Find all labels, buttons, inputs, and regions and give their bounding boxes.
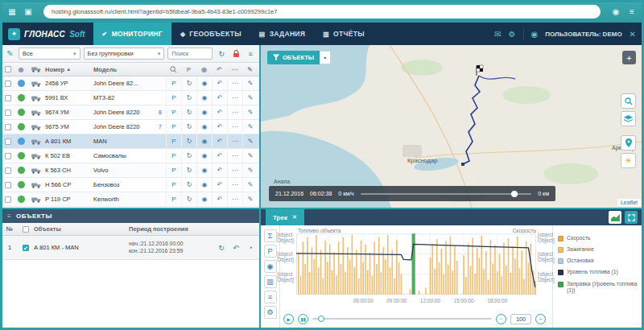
watch-button[interactable]: ◉ bbox=[196, 192, 212, 206]
vehicle-row[interactable]: Н 566 СР Бензовоз P ↻ ◉ ↶ ⋯ ✎ bbox=[2, 178, 259, 192]
map-attribution[interactable]: Leaflet bbox=[617, 199, 641, 206]
track-position-slider[interactable] bbox=[361, 193, 532, 195]
vehicle-row[interactable]: 9674 УМ John Deere 8220 8 P ↻ ◉ ↶ ⋯ ✎ bbox=[2, 105, 259, 120]
fuel-chart[interactable]: 06:00:0009:00:0012:00:0015:00:0018:00:00 bbox=[296, 233, 536, 306]
panel-menu-icon[interactable]: ≡ bbox=[7, 212, 11, 220]
nav-item[interactable]: ✔ МОНИТОРИНГ bbox=[93, 23, 171, 45]
parking-button[interactable]: P bbox=[166, 178, 181, 192]
search-input[interactable] bbox=[167, 47, 213, 60]
more-button[interactable]: ⋯ bbox=[227, 134, 242, 148]
track-refresh-button[interactable]: ↻ bbox=[181, 163, 196, 177]
filter-all-select[interactable]: Все ▾ bbox=[19, 47, 80, 60]
mail-icon[interactable]: ✉ bbox=[494, 30, 501, 39]
track-refresh-button[interactable]: ↻ bbox=[181, 76, 196, 90]
more-button[interactable]: ⋯ bbox=[227, 105, 242, 119]
vehicle-row[interactable]: 5991 ВХ МТЗ-82 P ↻ ◉ ↶ ⋯ ✎ bbox=[2, 91, 259, 105]
edit-button[interactable]: ✎ bbox=[242, 105, 258, 119]
watch-button[interactable]: ◉ bbox=[196, 178, 212, 192]
edit-button[interactable]: ✎ bbox=[242, 134, 258, 148]
parking-button[interactable]: P bbox=[166, 120, 181, 134]
parking-button[interactable]: P bbox=[166, 91, 181, 105]
history-button[interactable]: ↶ bbox=[212, 120, 227, 134]
watch-button[interactable]: ◉ bbox=[196, 76, 212, 90]
history-button[interactable]: ↶ bbox=[212, 105, 227, 119]
row-checkbox[interactable] bbox=[5, 138, 11, 145]
parking-button[interactable]: P bbox=[166, 149, 181, 163]
row-checkbox[interactable] bbox=[5, 95, 11, 101]
app-logo[interactable]: ✦ ГЛОНАССSoft bbox=[0, 23, 93, 45]
row-checkbox[interactable] bbox=[5, 80, 11, 87]
row-checkbox[interactable] bbox=[5, 109, 11, 116]
nav-item[interactable]: ▤ ЗАДАНИЯ bbox=[250, 23, 314, 45]
history-button[interactable]: ↶ bbox=[212, 76, 227, 90]
area-chart-button[interactable] bbox=[609, 211, 621, 224]
edit-button[interactable]: ✎ bbox=[242, 120, 258, 134]
more-button[interactable]: ⋯ bbox=[227, 163, 242, 177]
row-checkbox[interactable] bbox=[5, 196, 11, 203]
track-refresh-button[interactable]: ↻ bbox=[181, 149, 196, 163]
select-all-checkbox[interactable] bbox=[5, 66, 11, 72]
watch-button[interactable]: ◉ bbox=[196, 120, 212, 134]
more-button[interactable]: ⋯ bbox=[227, 192, 242, 206]
watch-button[interactable]: ◉ bbox=[196, 149, 212, 163]
layers-button[interactable] bbox=[621, 111, 636, 126]
chart-icon[interactable]: ▥ bbox=[264, 275, 277, 288]
track-refresh-button[interactable]: ↻ bbox=[181, 91, 196, 105]
settings-icon[interactable]: ⚙ bbox=[264, 306, 277, 319]
objects-select-all[interactable] bbox=[23, 226, 29, 233]
browser-menu-icon[interactable]: ≡ bbox=[626, 7, 638, 16]
vehicle-row[interactable]: 2458 УР John Deere 82... P ↻ ◉ ↶ ⋯ ✎ bbox=[2, 76, 259, 91]
track-refresh-button[interactable]: ↻ bbox=[181, 178, 196, 192]
playback-slider[interactable] bbox=[312, 318, 492, 320]
expand-button[interactable] bbox=[625, 211, 638, 224]
edit-list-icon[interactable]: ✎ bbox=[5, 49, 15, 58]
track-refresh-button[interactable]: ↻ bbox=[181, 192, 196, 206]
more-button[interactable]: ⋯ bbox=[227, 91, 242, 105]
parking-button[interactable]: P bbox=[166, 105, 181, 119]
speed-plus-button[interactable]: + bbox=[535, 314, 546, 324]
vehicle-row[interactable]: К 563 СН Volvo P ↻ ◉ ↶ ⋯ ✎ bbox=[2, 163, 259, 178]
row-checkbox[interactable] bbox=[5, 167, 11, 174]
watch-button[interactable]: ◉ bbox=[196, 91, 212, 105]
speed-minus-button[interactable]: − bbox=[496, 314, 506, 324]
more-button[interactable]: ⋯ bbox=[227, 76, 242, 90]
map-add-button[interactable]: + bbox=[622, 51, 636, 64]
parkings-icon[interactable]: P bbox=[264, 245, 277, 258]
undo-button[interactable]: ↶ bbox=[229, 244, 243, 252]
grouping-select[interactable]: Без группировки ▾ bbox=[84, 47, 165, 60]
legend-item[interactable]: Заправка (Уровень топлива (1)) bbox=[558, 281, 639, 294]
edit-button[interactable]: ✎ bbox=[242, 76, 258, 90]
watch-button[interactable]: ◉ bbox=[196, 105, 212, 119]
lock-button[interactable] bbox=[230, 47, 242, 60]
more-button[interactable]: ⋯ bbox=[227, 178, 242, 192]
row-checkbox[interactable] bbox=[5, 153, 11, 159]
columns-menu-button[interactable]: ≡ bbox=[245, 47, 256, 60]
track-tab[interactable]: Трек ✕ bbox=[266, 209, 304, 225]
vehicle-row[interactable]: А 801 КМ MAN P ↻ ◉ ↶ ⋯ ✎ bbox=[2, 134, 259, 149]
settings-gear-icon[interactable]: ⚙ bbox=[509, 30, 516, 39]
object-checkbox[interactable]: ✔ bbox=[23, 245, 29, 251]
number-column-header[interactable]: Номер▲ bbox=[45, 63, 93, 76]
track-refresh-button[interactable]: ↻ bbox=[181, 134, 196, 148]
summary-icon[interactable]: Σ bbox=[264, 229, 277, 242]
browser-url-bar[interactable]: hosting.glonasssoft.ru/client.html?agent… bbox=[43, 5, 601, 19]
chart-button[interactable]: ◔ bbox=[243, 244, 258, 252]
map[interactable]: Краснодар Анапа Армавир ОБЪЕКТЫ ▾ + ☀ bbox=[261, 45, 642, 208]
playback-speed-input[interactable] bbox=[510, 314, 531, 324]
edit-button[interactable]: ✎ bbox=[242, 192, 258, 206]
slider-thumb[interactable] bbox=[511, 191, 518, 197]
model-column-header[interactable]: Модель bbox=[93, 63, 155, 76]
history-button[interactable]: ↶ bbox=[212, 149, 227, 163]
legend-item[interactable]: Зажигание bbox=[558, 246, 639, 253]
close-tab-icon[interactable]: ✕ bbox=[292, 214, 297, 221]
legend-item[interactable]: Скорость bbox=[558, 235, 639, 241]
more-button[interactable]: ⋯ bbox=[227, 149, 242, 163]
legend-item[interactable]: Остановка bbox=[558, 258, 639, 264]
edit-button[interactable]: ✎ bbox=[242, 91, 258, 105]
track-refresh-button[interactable]: ↻ bbox=[181, 105, 196, 119]
watch-button[interactable]: ◉ bbox=[196, 134, 212, 148]
more-button[interactable]: ⋯ bbox=[227, 120, 242, 134]
edit-button[interactable]: ✎ bbox=[242, 149, 258, 163]
history-button[interactable]: ↶ bbox=[212, 192, 227, 206]
map-objects-caret[interactable]: ▾ bbox=[320, 51, 331, 64]
